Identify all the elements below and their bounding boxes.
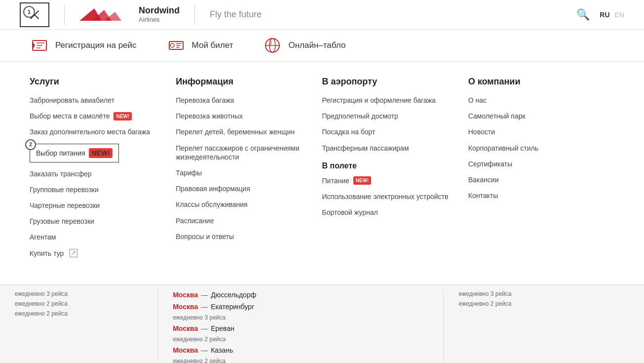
flight-from-moscow-4: Москва	[173, 346, 198, 354]
search-icon[interactable]: 🔍	[576, 8, 590, 21]
flight-row-dusseldorf[interactable]: Москва — Дюссельдорф	[173, 289, 428, 301]
menu-col-company-title: О компании	[468, 77, 614, 87]
menu-item-book-ticket[interactable]: Забронировать авиабилет	[30, 96, 176, 105]
nav-departures[interactable]: Онлайн–табло	[263, 36, 345, 55]
logo-area: Nordwind Airlines	[75, 6, 180, 24]
flight-freq-ekaterinburg: ежедневно 3 рейса	[173, 313, 428, 323]
menu-item-electronics[interactable]: Использование электронных устройств	[322, 192, 468, 201]
menu-item-fleet[interactable]: Самолетный парк	[468, 112, 614, 121]
menu-item-corporate-style[interactable]: Корпоративный стиль	[468, 144, 614, 153]
logo-icon	[75, 6, 134, 24]
menu-col-inflight-title: В полете	[322, 161, 468, 170]
menu-item-children-pregnant[interactable]: Перелет детей, беременных женщин	[176, 127, 322, 136]
logo-name: Nordwind	[139, 6, 180, 16]
menu-col-company: О компании О нас Самолетный парк Новости…	[468, 77, 614, 265]
menu-item-tariffs[interactable]: Тарифы	[176, 168, 322, 177]
menu-item-disabled-passengers[interactable]: Перелет пассажиров с ограничениями жизне…	[176, 144, 322, 161]
menu-item-checkin-baggage[interactable]: Регистрация и оформление багажа	[322, 96, 468, 105]
lang-en-button[interactable]: EN	[615, 11, 624, 19]
close-button[interactable]: 1	[20, 2, 49, 27]
menu-item-baggage[interactable]: Перевозка багажа	[176, 96, 322, 105]
header-divider	[64, 5, 65, 25]
flight-freq-r1: ежедневно 3 рейса	[458, 289, 629, 299]
menu-item-meal-selection[interactable]: 2 Выбор питания NEW!	[30, 144, 119, 162]
tagline-divider	[194, 5, 195, 25]
flight-row-ekaterinburg[interactable]: Москва — Екатеринбург	[173, 301, 428, 313]
header-tagline: Fly the future	[210, 9, 576, 20]
menu-item-charter[interactable]: Чартерные перевозки	[30, 201, 176, 210]
external-link-icon: ↗	[70, 249, 77, 258]
menu-item-transfer-passengers[interactable]: Трансферным пассажирам	[322, 144, 468, 153]
flight-to-dusseldorf: Дюссельдорф	[211, 291, 256, 299]
menu-col-info-title: Информация	[176, 77, 322, 87]
flight-freq-2: ежедневно 2 рейса	[15, 299, 143, 309]
flights-col-right: ежедневно 3 рейса ежедневно 2 рейса	[444, 289, 644, 363]
nav-checkin-label: Регистрация на рейс	[55, 40, 137, 50]
language-switcher: RU EN	[600, 11, 624, 19]
menu-item-seat-selection[interactable]: Выбор места в самолёте NEW!	[30, 112, 176, 121]
menu-item-group-travel[interactable]: Групповые перевозки	[30, 185, 176, 194]
new-badge-seat: NEW!	[114, 112, 132, 121]
flight-to-yerevan: Ереван	[211, 324, 234, 332]
menu-item-cargo[interactable]: Грузовые перевозки	[30, 217, 176, 226]
flight-dash-3: —	[201, 324, 208, 332]
departures-icon	[263, 36, 282, 55]
flight-dash-2: —	[201, 303, 208, 311]
nav-checkin[interactable]: Регистрация на рейс	[30, 36, 137, 55]
flight-from-moscow-2: Москва	[173, 303, 198, 311]
menu-item-extra-baggage[interactable]: Заказ дополнительного места багажа	[30, 127, 176, 136]
flight-from-moscow-3: Москва	[173, 324, 198, 332]
menu-col-airport: В аэропорту Регистрация и оформление баг…	[322, 77, 468, 265]
menu-item-security[interactable]: Предполетный досмотр	[322, 112, 468, 121]
header: 1 Nordwind Airlines Fly the future 🔍 RU …	[0, 0, 644, 30]
menu-item-service-classes[interactable]: Классы обслуживания	[176, 200, 322, 209]
flight-from-moscow-1: Москва	[173, 291, 198, 299]
flights-bar: ежедневно 3 рейса ежедневно 2 рейса ежед…	[0, 284, 644, 363]
new-badge-food: NEW!	[353, 176, 372, 185]
svg-rect-4	[33, 43, 35, 47]
menu-item-faq[interactable]: Вопросы и ответы	[176, 232, 322, 241]
menu-col-airport-title: В аэропорту	[322, 77, 468, 87]
ticket-icon	[30, 36, 49, 55]
flight-to-kazan: Казань	[211, 346, 233, 354]
nav-departures-label: Онлайн–табло	[288, 40, 345, 50]
menu-item-vacancies[interactable]: Вакансии	[468, 175, 614, 184]
menu-item-certificates[interactable]: Сертификаты	[468, 160, 614, 168]
boarding-pass-icon	[166, 36, 186, 55]
flight-row-kazan[interactable]: Москва — Казань	[173, 344, 428, 356]
logo-subtext: Airlines	[139, 16, 180, 23]
flight-freq-3: ежедневно 2 рейса	[15, 309, 143, 319]
menu-item-agents[interactable]: Агентам	[30, 233, 176, 242]
menu-item-inflight-food[interactable]: Питание NEW!	[322, 176, 468, 185]
new-badge-meal: NEW!	[89, 148, 112, 158]
menu-item-magazine[interactable]: Бортовой журнал	[322, 208, 468, 217]
nav-bar: Регистрация на рейс Мой билет Онлайн–таб…	[0, 30, 644, 62]
badge-1: 1	[23, 6, 35, 18]
flight-to-ekaterinburg: Екатеринбург	[211, 303, 254, 311]
flight-freq-yerevan: ежедневно 2 рейса	[173, 334, 428, 344]
menu-item-about[interactable]: О нас	[468, 96, 614, 105]
menu-col-services-title: Услуги	[30, 77, 176, 87]
menu-col-services: Услуги Забронировать авиабилет Выбор мес…	[30, 77, 176, 265]
menu-item-legal[interactable]: Правовая информация	[176, 184, 322, 193]
menu-item-buy-tour[interactable]: Купить тур ↗	[30, 249, 176, 258]
nav-my-ticket[interactable]: Мой билет	[166, 36, 233, 55]
dropdown-menu: Услуги Забронировать авиабилет Выбор мес…	[0, 62, 644, 284]
menu-col-info: Информация Перевозка багажа Перевозка жи…	[176, 77, 322, 265]
menu-item-contacts[interactable]: Контакты	[468, 191, 614, 200]
menu-item-transfer[interactable]: Заказать трансфер	[30, 169, 176, 178]
flight-freq-1: ежедневно 3 рейса	[15, 289, 143, 299]
menu-item-animals[interactable]: Перевозка животных	[176, 112, 322, 121]
menu-item-news[interactable]: Новости	[468, 127, 614, 136]
svg-point-9	[170, 43, 174, 47]
flights-col-left: ежедневно 3 рейса ежедневно 2 рейса ежед…	[0, 289, 158, 363]
nav-my-ticket-label: Мой билет	[192, 40, 233, 50]
flights-col-center: Москва — Дюссельдорф Москва — Екатеринбу…	[158, 289, 444, 363]
flight-dash-1: —	[201, 291, 208, 299]
lang-ru-button[interactable]: RU	[600, 11, 609, 19]
flight-row-yerevan[interactable]: Москва — Ереван	[173, 323, 428, 334]
flight-dash-4: —	[201, 346, 208, 354]
menu-item-schedule[interactable]: Расписание	[176, 216, 322, 225]
menu-item-boarding[interactable]: Посадка на борт	[322, 127, 468, 136]
badge-2: 2	[25, 139, 36, 150]
